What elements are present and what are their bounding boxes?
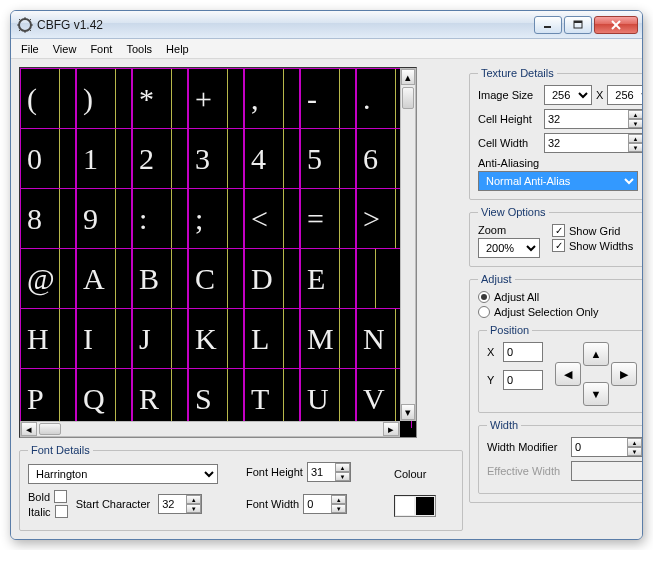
glyph-cell[interactable]: H (20, 308, 76, 368)
preview-vscroll[interactable]: ▴ ▾ (400, 68, 416, 421)
glyph-char: N (363, 322, 385, 356)
colour-swatches[interactable] (394, 495, 436, 517)
glyph-char: = (307, 202, 324, 236)
adjust-selection-radio[interactable] (478, 306, 490, 318)
glyph-cell[interactable]: P (20, 368, 76, 428)
hscroll-thumb[interactable] (39, 423, 61, 435)
svg-line-5 (19, 19, 21, 21)
glyph-cell[interactable]: 3 (188, 128, 244, 188)
italic-checkbox[interactable] (55, 505, 68, 518)
font-name-select[interactable]: Harrington (28, 464, 218, 484)
glyph-char: 1 (83, 142, 98, 176)
italic-label: Italic (28, 506, 51, 518)
glyph-cell[interactable]: @ (20, 248, 76, 308)
scroll-left-button[interactable]: ◂ (21, 422, 37, 436)
nudge-up-button[interactable]: ▲ (583, 342, 609, 366)
glyph-cell[interactable]: : (132, 188, 188, 248)
image-height-select[interactable]: 256 (607, 85, 643, 105)
show-widths-checkbox[interactable]: ✓ (552, 239, 565, 252)
minimize-button[interactable] (534, 16, 562, 34)
fg-swatch[interactable] (396, 497, 414, 515)
glyph-cell[interactable]: 9 (76, 188, 132, 248)
position-group: Position X Y ▲ ◀ ▶ ▼ (478, 324, 643, 413)
position-legend: Position (487, 324, 532, 336)
font-preview[interactable]: ()*+,-.012345689:;<=>@ABCDE HIJKLMNPQRST… (19, 67, 417, 438)
glyph-cell[interactable]: D (244, 248, 300, 308)
glyph-char: T (251, 382, 269, 416)
show-grid-checkbox[interactable]: ✓ (552, 224, 565, 237)
glyph-cell[interactable]: C (188, 248, 244, 308)
font-height-spinner[interactable]: ▲▼ (335, 463, 350, 481)
nudge-left-button[interactable]: ◀ (555, 362, 581, 386)
menu-view[interactable]: View (47, 41, 83, 57)
glyph-cell[interactable]: 8 (20, 188, 76, 248)
glyph-char: V (363, 382, 385, 416)
view-options-legend: View Options (478, 206, 549, 218)
glyph-cell[interactable]: E (300, 248, 356, 308)
glyph-cell[interactable]: 0 (20, 128, 76, 188)
glyph-cell[interactable]: T (244, 368, 300, 428)
glyph-char: Q (83, 382, 105, 416)
glyph-cell[interactable]: L (244, 308, 300, 368)
glyph-cell[interactable]: 4 (244, 128, 300, 188)
glyph-char: - (307, 82, 317, 116)
cell-height-spinner[interactable]: ▲▼ (628, 110, 643, 128)
menu-file[interactable]: File (15, 41, 45, 57)
glyph-char: C (195, 262, 215, 296)
preview-hscroll[interactable]: ◂ ▸ (20, 421, 400, 437)
glyph-cell[interactable]: J (132, 308, 188, 368)
scroll-down-button[interactable]: ▾ (401, 404, 415, 420)
glyph-cell[interactable]: S (188, 368, 244, 428)
bg-swatch[interactable] (416, 497, 434, 515)
glyph-cell[interactable]: 1 (76, 128, 132, 188)
glyph-cell[interactable]: M (300, 308, 356, 368)
start-char-spinner[interactable]: ▲▼ (186, 495, 201, 513)
glyph-cell[interactable]: 2 (132, 128, 188, 188)
font-width-spinner[interactable]: ▲▼ (331, 495, 346, 513)
menu-tools[interactable]: Tools (120, 41, 158, 57)
eff-width-label: Effective Width (487, 465, 567, 477)
glyph-cell[interactable]: B (132, 248, 188, 308)
glyph-cell[interactable]: I (76, 308, 132, 368)
cell-width-spinner[interactable]: ▲▼ (628, 134, 643, 152)
glyph-cell[interactable]: ) (76, 68, 132, 128)
glyph-cell[interactable]: ( (20, 68, 76, 128)
scroll-up-button[interactable]: ▴ (401, 69, 415, 85)
view-options-group: View Options Zoom 200% ✓Show Grid ✓Show … (469, 206, 643, 267)
glyph-cell[interactable]: Q (76, 368, 132, 428)
glyph-cell[interactable]: K (188, 308, 244, 368)
titlebar[interactable]: CBFG v1.42 (11, 11, 642, 39)
pos-x-input[interactable] (503, 342, 543, 362)
glyph-cell[interactable]: U (300, 368, 356, 428)
glyph-cell[interactable]: * (132, 68, 188, 128)
menu-help[interactable]: Help (160, 41, 195, 57)
glyph-cell[interactable]: 5 (300, 128, 356, 188)
nudge-right-button[interactable]: ▶ (611, 362, 637, 386)
bold-checkbox[interactable] (54, 490, 67, 503)
glyph-cell[interactable]: < (244, 188, 300, 248)
antialias-label: Anti-Aliasing (478, 157, 643, 169)
vscroll-thumb[interactable] (402, 87, 414, 109)
glyph-cell[interactable]: - (300, 68, 356, 128)
maximize-button[interactable] (564, 16, 592, 34)
zoom-select[interactable]: 200% (478, 238, 540, 258)
glyph-cell[interactable]: A (76, 248, 132, 308)
menu-font[interactable]: Font (84, 41, 118, 57)
image-width-select[interactable]: 256 (544, 85, 592, 105)
pos-y-input[interactable] (503, 370, 543, 390)
glyph-cell[interactable]: , (244, 68, 300, 128)
glyph-cell[interactable]: + (188, 68, 244, 128)
glyph-char: B (139, 262, 159, 296)
scroll-right-button[interactable]: ▸ (383, 422, 399, 436)
glyph-cell[interactable]: ; (188, 188, 244, 248)
close-button[interactable] (594, 16, 638, 34)
adjust-all-radio[interactable] (478, 291, 490, 303)
width-mod-spinner[interactable]: ▲▼ (627, 438, 642, 456)
glyph-char: 5 (307, 142, 322, 176)
glyph-char: 6 (363, 142, 378, 176)
antialias-select[interactable]: Normal Anti-Alias (478, 171, 638, 191)
glyph-cell[interactable]: R (132, 368, 188, 428)
glyph-cell[interactable]: = (300, 188, 356, 248)
adjust-legend: Adjust (478, 273, 515, 285)
nudge-down-button[interactable]: ▼ (583, 382, 609, 406)
